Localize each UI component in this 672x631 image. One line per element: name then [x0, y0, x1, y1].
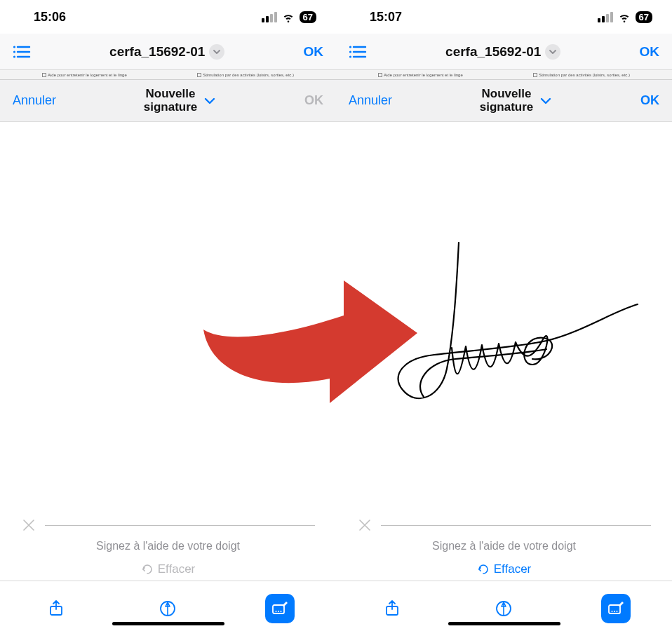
document-preview-strip: Aide pour entretenir le logement et le l…	[336, 70, 672, 80]
signature-mode-label: Nouvelle signature	[480, 88, 534, 114]
status-time: 15:07	[370, 10, 402, 25]
erase-label: Effacer	[494, 562, 532, 576]
battery-badge: 67	[300, 11, 316, 23]
svg-point-16	[349, 50, 351, 53]
signature-mode-label: Nouvelle signature	[144, 88, 198, 114]
clear-x-icon[interactable]	[21, 517, 36, 533]
document-title-text: cerfa_15692-01	[109, 44, 205, 60]
signature-hint: Signez à l'aide de votre doigt	[21, 540, 315, 552]
document-title[interactable]: cerfa_15692-01	[109, 44, 224, 60]
svg-point-10	[278, 611, 279, 612]
signature-drawing	[336, 122, 672, 581]
status-right: 67	[262, 10, 316, 24]
signature-tool-button[interactable]	[601, 594, 631, 623]
navbar-ok-button[interactable]: OK	[303, 44, 323, 60]
signature-baseline	[381, 525, 651, 526]
confirm-signature-button[interactable]: OK	[640, 93, 659, 108]
navbar: cerfa_15692-01 OK	[336, 34, 672, 70]
cancel-button[interactable]: Annuler	[13, 93, 56, 108]
navbar: cerfa_15692-01 OK	[0, 34, 336, 70]
undo-icon	[477, 563, 490, 576]
svg-point-21	[612, 611, 613, 612]
screen-after: 15:07 67 cerfa_15692-01	[336, 0, 672, 631]
status-bar: 15:06 67	[0, 0, 336, 34]
status-right: 67	[598, 10, 652, 24]
wifi-icon	[281, 10, 295, 24]
chevron-down-icon	[203, 94, 217, 108]
clear-x-icon[interactable]	[357, 517, 372, 533]
svg-point-9	[276, 611, 277, 612]
signature-toolbar: Annuler Nouvelle signature OK	[336, 80, 672, 122]
chevron-down-icon[interactable]	[209, 44, 224, 60]
cellular-icon	[598, 12, 613, 22]
pen-tool-button[interactable]	[489, 594, 518, 623]
document-title-text: cerfa_15692-01	[445, 44, 541, 60]
cellular-icon	[262, 12, 277, 22]
svg-point-22	[614, 611, 615, 612]
document-preview-strip: Aide pour entretenir le logement et le l…	[0, 70, 336, 80]
erase-button[interactable]: Effacer	[21, 562, 315, 576]
share-button[interactable]	[41, 594, 71, 623]
signature-footer: Signez à l'aide de votre doigt Effacer	[336, 517, 672, 581]
signature-footer: Signez à l'aide de votre doigt Effacer	[0, 517, 336, 581]
signature-tool-button[interactable]	[265, 594, 295, 623]
screen-before: 15:06 67 cerfa_15692-01	[0, 0, 336, 631]
svg-point-23	[617, 611, 618, 612]
signature-canvas[interactable]: Signez à l'aide de votre doigt Effacer	[0, 122, 336, 581]
signature-hint: Signez à l'aide de votre doigt	[357, 540, 651, 552]
svg-point-5	[13, 55, 15, 57]
home-indicator[interactable]	[112, 622, 224, 625]
cancel-button[interactable]: Annuler	[349, 93, 392, 108]
home-indicator[interactable]	[448, 622, 560, 625]
navbar-ok-button[interactable]: OK	[639, 44, 659, 60]
erase-button[interactable]: Effacer	[357, 562, 651, 576]
svg-point-11	[281, 611, 282, 612]
erase-label: Effacer	[158, 562, 196, 576]
svg-point-17	[349, 55, 351, 57]
chevron-down-icon	[539, 94, 553, 108]
svg-point-15	[349, 46, 351, 48]
status-bar: 15:07 67	[336, 0, 672, 34]
document-title[interactable]: cerfa_15692-01	[445, 44, 560, 60]
wifi-icon	[617, 10, 631, 24]
signature-toolbar: Annuler Nouvelle signature OK	[0, 80, 336, 122]
signature-mode-selector[interactable]: Nouvelle signature	[480, 88, 553, 114]
share-button[interactable]	[377, 594, 407, 623]
svg-rect-8	[273, 605, 284, 613]
svg-point-3	[13, 46, 15, 48]
signature-canvas[interactable]: Signez à l'aide de votre doigt Effacer	[336, 122, 672, 581]
status-time: 15:06	[34, 10, 66, 25]
list-icon[interactable]	[13, 44, 31, 60]
undo-icon	[141, 563, 154, 576]
battery-badge: 67	[636, 11, 652, 23]
pen-tool-button[interactable]	[153, 594, 182, 623]
confirm-signature-button[interactable]: OK	[304, 93, 323, 108]
chevron-down-icon[interactable]	[545, 44, 560, 60]
list-icon[interactable]	[349, 44, 367, 60]
signature-mode-selector[interactable]: Nouvelle signature	[144, 88, 217, 114]
svg-point-4	[13, 50, 15, 53]
svg-rect-20	[609, 605, 620, 613]
signature-baseline	[45, 525, 315, 526]
